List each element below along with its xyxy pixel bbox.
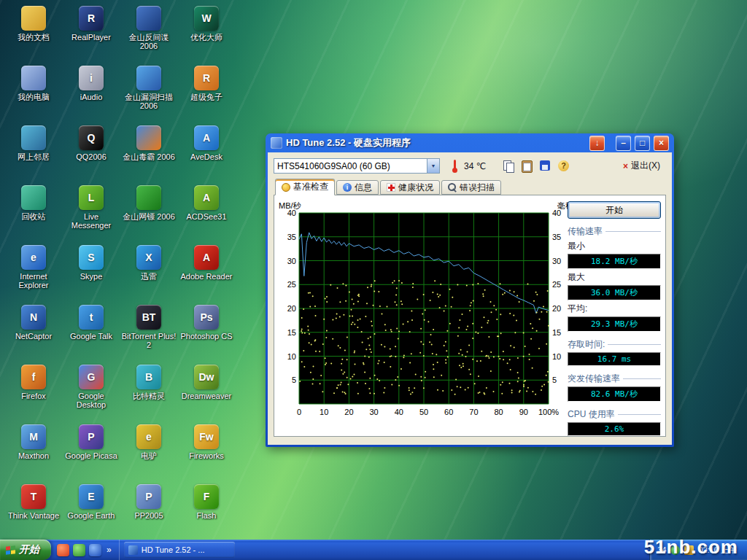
desktop-icon-emule[interactable]: e电驴 bbox=[121, 424, 177, 460]
close-button[interactable]: × bbox=[654, 136, 669, 151]
desktop-icon-label: PP2005 bbox=[121, 511, 177, 520]
max-label: 最大 bbox=[568, 271, 661, 284]
desktop-icon-label: RealPlayer bbox=[63, 33, 119, 42]
adobe-reader-icon: A bbox=[194, 245, 219, 270]
desktop-icon-my-computer[interactable]: 我的电脑 bbox=[6, 66, 61, 101]
help-icon[interactable] bbox=[557, 159, 571, 174]
desktop-icon-kingsoft-antispy[interactable]: 金山反间谍 2006 bbox=[121, 6, 177, 50]
svg-text:35: 35 bbox=[287, 233, 296, 241]
combo-dropdown-icon[interactable]: ▼ bbox=[427, 159, 439, 173]
desktop-icon-realplayer[interactable]: RRealPlayer bbox=[63, 6, 119, 42]
dreamweaver-icon: Dw bbox=[194, 365, 219, 389]
desktop-icon-label: Firefox bbox=[6, 392, 61, 400]
pp2005-icon: P bbox=[136, 484, 161, 509]
desktop-icon-google-talk[interactable]: tGoogle Talk bbox=[63, 305, 119, 341]
quicklaunch-overflow-chevron[interactable]: » bbox=[105, 545, 113, 555]
netcaptor-icon: N bbox=[21, 305, 46, 330]
tab-scan[interactable]: 错误扫描 bbox=[441, 180, 501, 195]
exit-button[interactable]: × 退出(X) bbox=[617, 158, 666, 174]
desktop-icon-firefox[interactable]: fFirefox bbox=[6, 365, 61, 400]
maximize-button[interactable]: □ bbox=[635, 136, 650, 151]
desktop-icon-label: 金山反间谍 2006 bbox=[121, 33, 177, 50]
window-titlebar[interactable]: HD Tune 2.52 - 硬盘实用程序 ↓ – □ × bbox=[268, 133, 672, 152]
desktop-icon-label: 我的电脑 bbox=[6, 93, 61, 101]
tab-label: 信息 bbox=[355, 182, 372, 194]
desktop-icon-wopti[interactable]: W优化大师 bbox=[179, 6, 234, 42]
desktop-icon-kingsoft-antivirus[interactable]: 金山毒霸 2006 bbox=[121, 125, 177, 161]
quicklaunch-icon-1[interactable] bbox=[57, 544, 69, 556]
thunder-icon: X bbox=[136, 245, 161, 270]
save-icon[interactable] bbox=[538, 159, 553, 174]
thermometer-icon bbox=[452, 160, 458, 173]
taskbar-task-hdtune[interactable]: HD Tune 2.52 - ... bbox=[124, 542, 235, 558]
exit-x-icon: × bbox=[623, 161, 628, 171]
window-title: HD Tune 2.52 - 硬盘实用程序 bbox=[286, 136, 586, 149]
svg-text:50: 50 bbox=[419, 408, 428, 416]
desktop-icon-magic-rabbit[interactable]: R超级兔子 bbox=[179, 66, 234, 101]
desktop-icon-label: Internet Explorer bbox=[6, 272, 61, 289]
desktop-icon-pp2005[interactable]: PPP2005 bbox=[121, 484, 177, 520]
drive-select[interactable]: HTS541060G9SA00 (60 GB) ▼ bbox=[274, 158, 440, 174]
tab-health[interactable]: 健康状况 bbox=[380, 180, 440, 195]
start-button[interactable]: 开始 bbox=[0, 540, 51, 560]
desktop-icon-label: 迅雷 bbox=[121, 272, 177, 281]
minimize-button[interactable]: – bbox=[616, 136, 631, 151]
desktop-icon-think-vantage[interactable]: TThink Vantage bbox=[6, 484, 61, 520]
copy-clipboard-icon[interactable] bbox=[520, 159, 535, 174]
svg-text:25: 25 bbox=[552, 280, 561, 289]
desktop-icon-fireworks[interactable]: FwFireworks bbox=[179, 424, 234, 460]
desktop-icon-label: 金山网镖 2006 bbox=[121, 212, 177, 221]
tab-info[interactable]: 信息 bbox=[336, 180, 379, 195]
desktop-icon-thunder[interactable]: X迅雷 bbox=[121, 245, 177, 281]
desktop-icon-qq2006[interactable]: QQQ2006 bbox=[63, 125, 119, 161]
desktop-icon-netcaptor[interactable]: NNetCaptor bbox=[6, 305, 61, 341]
desktop-icon-internet-explorer[interactable]: eInternet Explorer bbox=[6, 245, 61, 289]
desktop-icon-kingsoft-firewall[interactable]: 金山网镖 2006 bbox=[121, 185, 177, 221]
desktop-icon-photoshop[interactable]: PsPhotoshop CS bbox=[179, 305, 234, 341]
desktop-icon-skype[interactable]: SSkype bbox=[63, 245, 119, 281]
start-label: 开始 bbox=[19, 543, 39, 556]
qq2006-icon: Q bbox=[79, 125, 104, 150]
desktop-icon-kingsoft-scan[interactable]: 金山漏洞扫描 2006 bbox=[121, 66, 177, 110]
desktop-icon-google-desktop[interactable]: GGoogle Desktop bbox=[63, 365, 119, 409]
start-benchmark-button[interactable]: 开始 bbox=[568, 201, 661, 219]
desktop-icon-google-picasa[interactable]: PGoogle Picasa bbox=[63, 424, 119, 460]
desktop-icon-google-earth[interactable]: EGoogle Earth bbox=[63, 484, 119, 520]
desktop-icon-label: AveDesk bbox=[179, 152, 234, 161]
flash-icon: F bbox=[194, 484, 219, 509]
desktop-icon-network-places[interactable]: 网上邻居 bbox=[6, 125, 61, 161]
desktop-icon-my-documents[interactable]: 我的文档 bbox=[6, 6, 61, 42]
quick-launch: » bbox=[51, 540, 120, 560]
desktop-icon-maxthon[interactable]: MMaxthon bbox=[6, 424, 61, 460]
access-time-header: 存取时间: bbox=[568, 338, 661, 351]
scan-tab-icon bbox=[448, 183, 457, 192]
wopti-icon: W bbox=[194, 6, 219, 31]
desktop-icon-label: 电驴 bbox=[121, 451, 177, 460]
desktop-icon-flash[interactable]: FFlash bbox=[179, 484, 234, 520]
update-download-button[interactable]: ↓ bbox=[589, 136, 605, 151]
iaudio-icon: i bbox=[79, 66, 104, 90]
burst-rate-header: 突发传输速率 bbox=[568, 373, 661, 385]
svg-text:70: 70 bbox=[469, 408, 478, 416]
desktop-icon-bitspirit[interactable]: B比特精灵 bbox=[121, 365, 177, 400]
desktop-icon-acdsee[interactable]: AACDSee31 bbox=[179, 185, 234, 221]
desktop-icon-dreamweaver[interactable]: DwDreamweaver bbox=[179, 365, 234, 400]
desktop-icon-iaudio[interactable]: iiAudio bbox=[63, 66, 119, 101]
quicklaunch-icon-2[interactable] bbox=[73, 544, 85, 556]
tab-bar: 基准检查信息健康状况错误扫描 bbox=[268, 177, 672, 195]
internet-explorer-icon: e bbox=[21, 245, 46, 270]
svg-text:5: 5 bbox=[552, 376, 557, 384]
desktop-icon-live-messenger[interactable]: LLive Messenger bbox=[63, 185, 119, 230]
desktop-icon-bittorrent[interactable]: BTBitTorrent Plus! 2 bbox=[121, 305, 177, 349]
desktop-icon-label: 网上邻居 bbox=[6, 152, 61, 161]
desktop-icon-adobe-reader[interactable]: AAdobe Reader bbox=[179, 245, 234, 281]
svg-text:5: 5 bbox=[292, 376, 296, 384]
desktop-icon-recycle-bin[interactable]: 回收站 bbox=[6, 185, 61, 221]
quicklaunch-icon-3[interactable] bbox=[89, 544, 101, 556]
temperature-readout: 34 ℃ bbox=[464, 161, 486, 171]
copy-text-icon[interactable] bbox=[502, 159, 516, 174]
desktop-icon-label: BitTorrent Plus! 2 bbox=[121, 332, 177, 349]
tab-label: 基准检查 bbox=[293, 181, 328, 193]
tab-benchmark[interactable]: 基准检查 bbox=[275, 179, 335, 195]
desktop-icon-avedesk[interactable]: AAveDesk bbox=[179, 125, 234, 161]
